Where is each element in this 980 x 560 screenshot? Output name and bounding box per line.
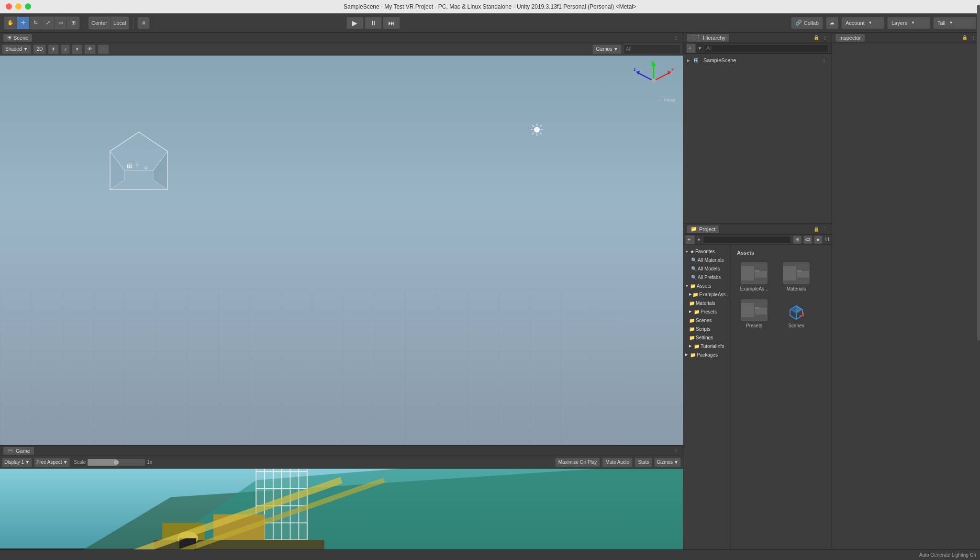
game-viewport[interactable]	[0, 469, 683, 560]
project-content: ▼ ★ Favorites 🔍 All Materials 🔍 All Mode…	[683, 245, 832, 560]
transform-tool-button[interactable]: ⊞	[67, 17, 79, 29]
project-star-btn[interactable]: ★	[814, 235, 823, 244]
hierarchy-menu[interactable]: ⋮	[821, 34, 829, 42]
minimize-button[interactable]	[15, 3, 22, 10]
hierarchy-lock[interactable]: 🔒	[813, 34, 820, 42]
scripts-tree-item[interactable]: 📁 Scripts	[683, 325, 731, 333]
maximize-on-play-button[interactable]: Maximize On Play	[555, 458, 601, 467]
display-dropdown[interactable]: Display 1 ▼	[2, 458, 32, 467]
hierarchy-tab[interactable]: ⋮⋮ Hierarchy	[686, 34, 730, 42]
scene-item-menu[interactable]: ⋮	[820, 56, 828, 64]
extra-button[interactable]: #	[137, 17, 150, 29]
shading-dropdown[interactable]: Shaded ▼	[2, 45, 31, 54]
asset-scenes-label: Scenes	[788, 323, 804, 328]
layout-dropdown[interactable]: Tall ▼	[933, 17, 976, 29]
game-panel-menu[interactable]: ⋮	[672, 447, 680, 455]
close-button[interactable]	[6, 3, 12, 10]
collab-button[interactable]: 🔗 Collab	[791, 17, 823, 29]
exampleass-tree-item[interactable]: ▶ 📁 ExampleAss...	[683, 290, 731, 299]
hierarchy-search-input[interactable]	[704, 45, 829, 52]
inspector-tab[interactable]: Inspector	[835, 34, 865, 42]
scene-dots-btn[interactable]: ⋯	[98, 45, 109, 54]
hierarchy-tab-icon: ⋮⋮	[690, 34, 701, 41]
hierarchy-add-arrow[interactable]: ▼	[698, 46, 702, 51]
asset-exampleass[interactable]: ExampleAs...	[735, 260, 773, 293]
scene-search-input[interactable]	[624, 45, 681, 54]
scene-tab-bar: ⊞ Scene ⋮	[0, 33, 683, 43]
scene-visibility-btn[interactable]: 👁	[84, 45, 96, 54]
gizmos-dropdown[interactable]: Gizmos ▼	[592, 45, 622, 54]
separator-1	[84, 17, 84, 29]
scenes-label: Scenes	[696, 318, 712, 323]
scene-lighting-btn[interactable]: ☀	[48, 45, 59, 54]
project-add-button[interactable]: +	[685, 235, 695, 245]
materials-tree-item[interactable]: 📁 Materials	[683, 299, 731, 307]
scale-tool-button[interactable]: ⤢	[42, 17, 55, 29]
hierarchy-scene-item[interactable]: ▶ ⊞ SampleScene ⋮	[683, 56, 832, 65]
scene-panel: ⊞ Scene ⋮ Shaded ▼ 2D ☀ ♪ ✦ 👁 ⋯	[0, 33, 683, 445]
scene-panel-menu[interactable]: ⋮	[672, 34, 680, 42]
aspect-dropdown[interactable]: Free Aspect ▼	[34, 458, 70, 467]
scenes-tree-item[interactable]: 📁 Scenes	[683, 316, 731, 325]
tutorialinfo-tree-item[interactable]: ▶ 📁 TutorialInfo	[683, 342, 731, 350]
presets-tree-item[interactable]: ▶ 📁 Presets	[683, 307, 731, 316]
project-filter-btn[interactable]: ⊞	[793, 235, 802, 244]
asset-materials-folder-icon	[783, 262, 810, 284]
project-search-input[interactable]	[703, 236, 791, 244]
layers-dropdown[interactable]: Layers ▼	[887, 17, 930, 29]
all-models-item[interactable]: 🔍 All Models	[683, 264, 731, 273]
scene-fx-btn[interactable]: ✦	[72, 45, 82, 54]
gizmo-persp-label[interactable]: ← Persp	[658, 98, 675, 102]
2d-mode-button[interactable]: 2D	[33, 45, 46, 54]
all-prefabs-item[interactable]: 🔍 All Prefabs	[683, 273, 731, 281]
project-search-bar: + ▼ ⊞ 🏷 ★ 11	[683, 235, 832, 245]
scene-viewport[interactable]: ⊞ ○ ☺	[0, 56, 683, 445]
scene-audio-btn[interactable]: ♪	[61, 45, 70, 54]
tutorialinfo-label: TutorialInfo	[701, 344, 724, 349]
rect-tool-button[interactable]: ▭	[55, 17, 67, 29]
titlebar: SampleScene - My Test VR Project - PC, M…	[0, 0, 980, 13]
transform-tools: ✋ ✛ ↻ ⤢ ▭ ⊞	[4, 16, 80, 30]
asset-presets[interactable]: Presets	[735, 297, 773, 330]
favorites-label: Favorites	[695, 249, 715, 254]
packages-folder: 📁	[690, 352, 696, 358]
move-tool-button[interactable]: ✛	[17, 17, 30, 29]
settings-label: Settings	[696, 335, 713, 340]
step-button[interactable]: ⏭	[383, 17, 400, 29]
inspector-menu[interactable]: ⋮	[969, 34, 977, 42]
cloud-button[interactable]: ☁	[826, 17, 838, 29]
scene-tab-icon: ⊞	[7, 34, 11, 41]
game-gizmos-dropdown[interactable]: Gizmos ▼	[654, 458, 681, 467]
scene-tab[interactable]: ⊞ Scene	[3, 34, 33, 42]
materials-label: Materials	[696, 301, 715, 306]
asset-materials[interactable]: Materials	[777, 260, 815, 293]
game-tab[interactable]: 🎮 Game	[3, 447, 34, 455]
project-type-btn[interactable]: 🏷	[803, 235, 812, 244]
inspector-lock[interactable]: 🔒	[961, 34, 969, 42]
account-dropdown[interactable]: Account ▼	[841, 17, 884, 29]
center-pivot-button[interactable]: Center	[89, 17, 111, 29]
aspect-arrow: ▼	[63, 459, 67, 465]
presets-label: Presets	[701, 309, 717, 314]
project-tab[interactable]: 📁 Project	[686, 225, 720, 234]
maximize-button[interactable]	[25, 3, 31, 10]
all-materials-item[interactable]: 🔍 All Materials	[683, 256, 731, 264]
hand-tool-button[interactable]: ✋	[4, 17, 17, 29]
mute-audio-button[interactable]: Mute Audio	[602, 458, 633, 467]
hierarchy-add-button[interactable]: +	[686, 44, 696, 53]
asset-scenes[interactable]: Scenes	[777, 297, 815, 330]
project-lock[interactable]: 🔒	[813, 225, 820, 233]
settings-tree-item[interactable]: 📁 Settings	[683, 333, 731, 342]
svg-marker-55	[790, 306, 796, 314]
project-menu[interactable]: ⋮	[821, 225, 829, 233]
play-button[interactable]: ▶	[346, 17, 364, 29]
assets-tree-item[interactable]: ▼ 📁 Assets	[683, 281, 731, 290]
favorites-tree-item[interactable]: ▼ ★ Favorites	[683, 247, 731, 256]
scale-slider[interactable]	[88, 459, 145, 466]
pause-button[interactable]: ⏸	[365, 17, 382, 29]
local-pivot-button[interactable]: Local	[111, 17, 129, 29]
project-add-arrow[interactable]: ▼	[697, 237, 701, 242]
stats-button[interactable]: Stats	[635, 458, 652, 467]
rotate-tool-button[interactable]: ↻	[30, 17, 42, 29]
packages-tree-item[interactable]: ▶ 📁 Packages	[683, 350, 731, 359]
